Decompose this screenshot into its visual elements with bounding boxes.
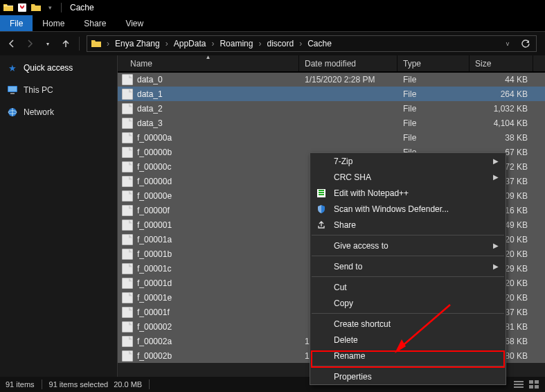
thumbnails-view-icon[interactable] [528,380,539,389]
tab-home[interactable]: Home [33,15,74,31]
table-row[interactable]: f_00000aFile38 KB [118,130,545,145]
sidebar-network[interactable]: Network [0,104,117,121]
file-name: f_00000c [137,162,171,172]
ctx-label: Share [334,220,356,230]
back-button[interactable] [4,36,19,51]
status-selected: 91 items selected [49,380,109,389]
tab-view[interactable]: View [116,15,153,31]
navigation-bar: ▾ › Enya Zhang › AppData › Roaming › dis… [0,32,545,55]
sidebar-this-pc[interactable]: This PC [0,82,117,98]
details-view-icon[interactable] [513,380,524,389]
file-icon [122,321,133,332]
up-button[interactable] [58,36,73,51]
file-name-cell: f_00000b [118,147,299,158]
file-name-cell: f_000001 [118,220,299,231]
column-size[interactable]: Size [470,55,533,71]
refresh-icon[interactable] [518,36,533,51]
ctx-label: Properties [334,372,372,382]
ctx-label: 7-Zip [334,157,352,166]
ctx-label: CRC SHA [334,172,371,182]
ctx-scan-defender[interactable]: Scan with Windows Defender... [310,201,506,217]
ctx-label: Scan with Windows Defender... [334,204,449,214]
file-size-cell: 4,104 KB [470,118,533,128]
breadcrumb-seg[interactable]: Enya Zhang [111,36,164,51]
file-name-cell: f_00000a [118,132,299,143]
ctx-delete[interactable]: Delete [310,332,506,348]
table-row[interactable]: data_2File1,032 KB [118,101,545,116]
ctx-crc-sha[interactable]: CRC SHA▶ [310,169,506,185]
context-menu: 7-Zip▶ CRC SHA▶ Edit with Notepad++ Scan… [310,152,506,385]
ctx-share[interactable]: Share [310,217,506,233]
column-label: Name [130,59,152,69]
file-icon [122,249,133,260]
svg-rect-14 [529,385,533,389]
qa-dropdown-icon[interactable]: ▾ [44,2,55,13]
file-icon [122,278,133,289]
file-name-cell: f_00001f [118,307,299,318]
chevron-right-icon: ▶ [493,173,499,181]
sidebar-quick-access[interactable]: ★ Quick access [0,60,117,76]
ctx-copy[interactable]: Copy [310,295,506,311]
svg-rect-12 [529,380,533,384]
file-name: f_000002 [137,322,172,332]
file-name-cell: data_0 [118,74,299,85]
svg-rect-11 [514,386,524,388]
separator [312,313,504,314]
content-pane: ▲ Name Date modified Type Size data_01/1… [118,55,545,377]
column-label: Type [403,59,421,69]
column-label: Date modified [305,59,356,69]
file-icon [122,205,133,216]
chevron-right-icon[interactable]: › [164,39,170,48]
ctx-create-shortcut[interactable]: Create shortcut [310,316,506,332]
file-icon [122,263,133,274]
file-name: data_3 [137,118,163,128]
file-tab[interactable]: File [0,15,33,31]
breadcrumb[interactable]: › Enya Zhang › AppData › Roaming › disco… [87,35,537,52]
table-row[interactable]: data_1File264 KB [118,87,545,101]
ctx-rename[interactable]: Rename [310,348,506,364]
table-row[interactable]: data_3File4,104 KB [118,116,545,130]
file-type-cell: File [397,104,470,114]
chevron-right-icon[interactable]: › [298,39,303,48]
column-type[interactable]: Type [397,55,470,71]
ctx-cut[interactable]: Cut [310,279,506,295]
ctx-properties[interactable]: Properties [310,368,506,384]
status-items: 91 items [6,380,35,389]
sidebar: ★ Quick access This PC Network [0,55,118,377]
file-name: f_00000b [137,148,172,157]
separator [312,235,504,235]
file-name: f_00001a [137,235,172,244]
breadcrumb-seg[interactable]: AppData [170,36,211,51]
options-icon[interactable] [30,2,42,13]
chevron-right-icon[interactable]: › [210,39,215,48]
file-size-cell: 38 KB [470,133,533,143]
chevron-right-icon[interactable]: › [257,39,262,48]
ctx-give-access[interactable]: Give access to▶ [310,238,506,253]
chevron-right-icon[interactable]: › [105,39,111,48]
file-name: f_00000e [137,191,172,201]
file-type-cell: File [397,118,470,128]
file-name-cell: f_00002a [118,336,299,347]
separator [312,366,504,366]
tab-share[interactable]: Share [74,15,116,31]
column-name[interactable]: ▲ Name [118,55,299,71]
chevron-right-icon: ▶ [493,242,499,249]
file-icon [122,336,133,347]
table-row[interactable]: data_01/15/2020 2:28 PMFile44 KB [118,72,545,87]
forward-button[interactable] [22,36,37,51]
recent-dropdown[interactable]: ▾ [40,36,55,51]
ctx-7zip[interactable]: 7-Zip▶ [310,153,506,169]
dropdown-icon[interactable]: v [500,36,515,51]
ctx-send-to[interactable]: Send to▶ [310,258,506,274]
column-label: Size [475,59,491,69]
breadcrumb-seg[interactable]: Roaming [215,36,257,51]
ctx-label: Copy [334,299,353,308]
file-name-cell: f_00001e [118,292,299,303]
ctx-edit-notepadpp[interactable]: Edit with Notepad++ [310,185,506,201]
save-icon[interactable] [17,2,28,13]
breadcrumb-seg[interactable]: discord [262,36,298,51]
status-size: 20.0 MB [114,380,142,389]
breadcrumb-seg[interactable]: Cache [303,36,336,51]
column-date[interactable]: Date modified [299,55,397,71]
file-icon [122,89,133,100]
